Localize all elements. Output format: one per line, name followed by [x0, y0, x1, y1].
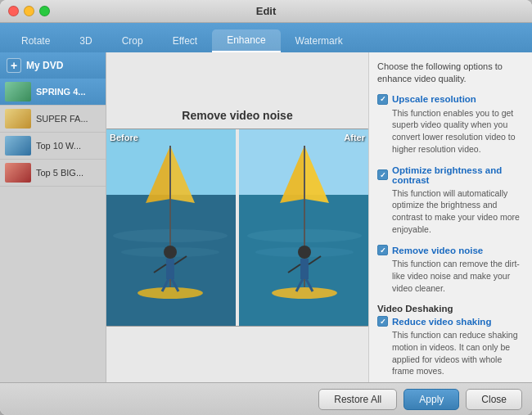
svg-rect-9: [166, 259, 174, 279]
before-label: Before: [110, 133, 138, 142]
svg-point-8: [164, 246, 177, 259]
sidebar: + My DVD SPRING 4... SUPER FA... Top 10 …: [0, 52, 106, 382]
deshaking-heading: Video Deshaking: [377, 304, 524, 314]
upscale-checkbox[interactable]: [377, 94, 388, 105]
tab-crop[interactable]: Crop: [107, 29, 158, 52]
sidebar-item-2[interactable]: SUPER FA...: [0, 106, 106, 133]
noise-checkbox[interactable]: [377, 245, 388, 255]
restore-all-button[interactable]: Restore All: [318, 389, 397, 410]
brightness-desc: This function will automatically optimiz…: [392, 187, 524, 236]
after-scene-svg: [239, 129, 368, 326]
sidebar-item-3[interactable]: Top 10 W...: [0, 133, 106, 160]
svg-rect-23: [300, 259, 309, 279]
upscale-desc: This function enables you to get superb …: [392, 107, 524, 156]
tab-effect[interactable]: Effect: [158, 29, 212, 52]
sidebar-item-label-4: Top 5 BIG...: [36, 168, 101, 178]
brightness-label-text: Optimize brightness and contrast: [392, 165, 524, 185]
sidebar-thumb-1: [5, 82, 31, 101]
sidebar-title: My DVD: [26, 60, 63, 71]
video-before-panel: Before: [106, 129, 236, 326]
tab-enhance[interactable]: Enhance: [212, 29, 280, 52]
main-content: + My DVD SPRING 4... SUPER FA... Top 10 …: [0, 52, 532, 382]
sidebar-thumb-3: [5, 136, 31, 156]
close-window-button[interactable]: [8, 6, 19, 16]
noise-option-group: Remove video noise This function can rem…: [377, 245, 524, 297]
upscale-option-group: Upscale resolution This function enables…: [377, 94, 524, 159]
tab-watermark[interactable]: Watermark: [281, 29, 358, 52]
tab-3d[interactable]: 3D: [65, 29, 106, 52]
sidebar-thumb-4: [5, 163, 31, 183]
minimize-window-button[interactable]: [24, 6, 34, 16]
maximize-window-button[interactable]: [39, 6, 50, 16]
brightness-option-label[interactable]: Optimize brightness and contrast: [377, 165, 524, 185]
enhance-intro: Choose the following options to enhance …: [377, 61, 524, 86]
deshake-checkbox[interactable]: [377, 316, 388, 327]
sidebar-thumb-2: [5, 109, 31, 129]
sidebar-item-label-3: Top 10 W...: [36, 141, 101, 151]
sidebar-item-4[interactable]: Top 5 BIG...: [0, 160, 106, 187]
edit-window: Edit Rotate 3D Crop Effect Enhance Water…: [0, 0, 532, 415]
close-button[interactable]: Close: [466, 389, 522, 410]
brightness-checkbox[interactable]: [377, 169, 388, 180]
video-after-panel: After: [239, 129, 368, 326]
title-bar: Edit: [0, 0, 532, 23]
window-title: Edit: [256, 5, 277, 17]
before-scene-svg: [106, 129, 236, 326]
noise-option-label[interactable]: Remove video noise: [377, 245, 524, 255]
deshake-option-label[interactable]: Reduce video shaking: [377, 316, 524, 327]
noise-label-text: Remove video noise: [392, 246, 483, 255]
noise-desc: This function can remove the dirt-like v…: [392, 258, 524, 294]
video-section: Remove video noise: [106, 52, 368, 382]
apply-button[interactable]: Apply: [404, 389, 459, 410]
tab-rotate[interactable]: Rotate: [7, 29, 65, 52]
upscale-label-text: Upscale resolution: [392, 94, 476, 104]
svg-point-21: [272, 287, 337, 299]
video-compare: Before: [106, 129, 368, 327]
window-controls: [0, 6, 50, 16]
sidebar-item-label-1: SPRING 4...: [36, 87, 101, 97]
brightness-option-group: Optimize brightness and contrast This fu…: [377, 165, 524, 239]
sidebar-item-1[interactable]: SPRING 4...: [0, 79, 106, 106]
svg-point-22: [298, 246, 311, 259]
sidebar-item-label-2: SUPER FA...: [36, 114, 101, 124]
after-label: After: [344, 133, 365, 142]
center-area: Remove video noise: [106, 52, 368, 382]
sidebar-header: + My DVD: [0, 52, 106, 79]
toolbar: Rotate 3D Crop Effect Enhance Watermark: [0, 23, 532, 52]
deshake-label-text: Reduce video shaking: [392, 317, 491, 327]
deshaking-section: Video Deshaking Reduce video shaking Thi…: [377, 304, 524, 381]
add-item-button[interactable]: +: [7, 58, 21, 73]
video-section-title: Remove video noise: [182, 109, 292, 122]
window-footer: Restore All Apply Close: [0, 382, 532, 415]
svg-point-7: [138, 287, 203, 299]
deshake-desc: This function can reduce shaking motion …: [392, 329, 524, 377]
right-panel: Choose the following options to enhance …: [368, 52, 532, 382]
upscale-option-label[interactable]: Upscale resolution: [377, 94, 524, 105]
